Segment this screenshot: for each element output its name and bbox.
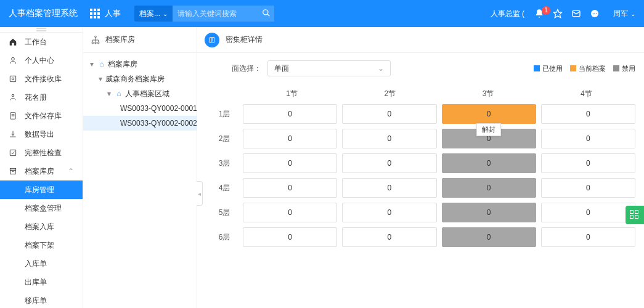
- grid-cell[interactable]: 0: [442, 203, 536, 222]
- chevron-down-icon: ⌄: [163, 10, 168, 17]
- sidebar-subitem[interactable]: 库房管理: [0, 180, 83, 199]
- svg-rect-11: [10, 76, 15, 81]
- sidebar-collapse-toggle[interactable]: [0, 27, 83, 33]
- tree-panel: 档案库房 ▾ ⌂ 档案库房 ▾ 威森商务档案库房 ▾ ⌂ 人事档案区域 WS00…: [83, 27, 197, 308]
- grid-cell[interactable]: 0: [243, 153, 337, 173]
- panel-collapse-handle[interactable]: ◂: [197, 181, 203, 206]
- search-icon[interactable]: [262, 9, 271, 17]
- legend: 已使用 当前档案 禁用: [534, 64, 635, 73]
- notification-badge: 1: [542, 6, 550, 15]
- column-header: 3节: [439, 84, 537, 104]
- tree-node-area[interactable]: ▾ ⌂ 人事档案区域: [83, 86, 197, 101]
- sidebar-item-label: 档案库房: [25, 166, 54, 177]
- search-input[interactable]: [173, 6, 274, 22]
- grid-cell[interactable]: 0: [342, 203, 436, 222]
- bell-icon[interactable]: 1: [534, 9, 548, 18]
- tree-title: 档案库房: [105, 34, 135, 45]
- grid-cell[interactable]: 0: [442, 227, 536, 247]
- chat-icon[interactable]: [590, 9, 603, 18]
- user-icon: [9, 56, 20, 65]
- grid-cell[interactable]: 0: [342, 178, 436, 198]
- search-scope-select[interactable]: 档案... ⌄: [134, 6, 173, 22]
- svg-line-1: [267, 14, 270, 17]
- grid-row: 5层0000: [206, 203, 635, 222]
- app-header: 人事档案管理系统 人事 档案... ⌄ 人事总监 ( 1 周军: [0, 0, 644, 27]
- grid-cell[interactable]: 0: [243, 227, 337, 247]
- tree-node-label: 档案库房: [108, 59, 137, 70]
- sidebar-subitem[interactable]: 档案下架: [0, 236, 83, 254]
- sidebar-subitem[interactable]: 出库单: [0, 273, 83, 291]
- svg-point-24: [97, 42, 99, 44]
- grid-row: 3层0000: [206, 153, 635, 173]
- tree-node-root[interactable]: ▾ ⌂ 档案库房: [83, 57, 197, 71]
- legend-swatch-disabled: [613, 65, 619, 71]
- sidebar-item[interactable]: 完整性检查: [0, 144, 83, 162]
- face-select-value: 单面: [274, 63, 289, 74]
- sidebar-item[interactable]: 花名册: [0, 88, 83, 107]
- grid-cell[interactable]: 0: [442, 153, 536, 173]
- grid-row: 1层000解封0: [206, 104, 635, 124]
- sidebar-item[interactable]: 数据导出: [0, 125, 83, 144]
- role-label[interactable]: 人事总监 (: [491, 9, 524, 19]
- sidebar-item[interactable]: 文件保存库: [0, 107, 83, 125]
- grid-cell[interactable]: 0: [243, 104, 337, 124]
- grid-cell[interactable]: 0: [243, 203, 337, 222]
- tree-leaf-label: WS0033-QY0002-0001: [120, 104, 197, 113]
- sidebar-subitem[interactable]: 档案入库: [0, 217, 83, 236]
- grid-cell[interactable]: 0: [342, 129, 436, 148]
- grid-cell[interactable]: 0: [243, 178, 337, 198]
- sidebar-subitem[interactable]: 档案盒管理: [0, 199, 83, 217]
- tree-leaf[interactable]: WS0033-QY0002-0002: [83, 116, 197, 131]
- sidebar-subitem[interactable]: 入库单: [0, 254, 83, 273]
- main-title: 密集柜详情: [226, 34, 263, 45]
- qr-float-button[interactable]: [626, 206, 644, 224]
- svg-point-22: [92, 42, 94, 44]
- grid-cell[interactable]: 0: [541, 178, 635, 198]
- sidebar-item[interactable]: 工作台: [0, 33, 83, 51]
- check-icon: [9, 148, 20, 157]
- tree-collapse-icon: ▾: [88, 60, 96, 68]
- grid-cell[interactable]: 0: [541, 104, 635, 124]
- grid-cell[interactable]: 0: [541, 153, 635, 173]
- legend-swatch-used: [534, 65, 540, 71]
- user-menu[interactable]: 周军 ⌄: [613, 9, 635, 19]
- row-label: 4层: [206, 183, 243, 193]
- tree-leaf[interactable]: WS0033-QY0002-0001: [83, 101, 197, 116]
- grid-row: 4层0000: [206, 178, 635, 198]
- legend-swatch-current: [570, 65, 576, 71]
- svg-point-7: [596, 13, 597, 14]
- chevron-down-icon: ⌄: [378, 64, 384, 73]
- building-icon: ⌂: [114, 89, 124, 98]
- grid-cell[interactable]: 0: [541, 227, 635, 247]
- row-label: 6层: [206, 232, 243, 243]
- grid-cell[interactable]: 0: [342, 153, 436, 173]
- grid-cell[interactable]: 0: [541, 129, 635, 148]
- star-icon[interactable]: [553, 9, 566, 18]
- svg-point-13: [12, 94, 14, 97]
- grid-cell[interactable]: 0: [243, 129, 337, 148]
- grid-cell[interactable]: 0: [442, 178, 536, 198]
- face-select[interactable]: 单面 ⌄: [267, 60, 391, 76]
- doc-icon: [9, 111, 20, 120]
- sidebar-item[interactable]: 档案库房⌃: [0, 162, 83, 180]
- tree-node-label: 威森商务档案库房: [105, 74, 165, 84]
- sidebar-item-label: 数据导出: [25, 129, 54, 140]
- legend-label: 已使用: [542, 64, 563, 73]
- svg-point-21: [95, 36, 97, 38]
- grid-cell[interactable]: 0: [541, 203, 635, 222]
- grid-cell[interactable]: 0: [342, 227, 436, 247]
- building-icon: ⌂: [97, 60, 107, 68]
- document-icon: [205, 33, 219, 47]
- archive-icon: [9, 167, 20, 176]
- grid-cell[interactable]: 0: [342, 104, 436, 124]
- tree-node-warehouse[interactable]: ▾ 威森商务档案库房: [83, 71, 197, 86]
- sidebar-item[interactable]: 个人中心: [0, 51, 83, 70]
- grid-cell[interactable]: 0解封: [442, 104, 536, 124]
- user-name: 周军: [613, 9, 628, 19]
- main-header: 密集柜详情: [197, 27, 644, 53]
- module-name[interactable]: 人事: [105, 8, 121, 19]
- mail-icon[interactable]: [571, 9, 585, 18]
- sidebar-subitem[interactable]: 移库单: [0, 291, 83, 308]
- sidebar-item[interactable]: 文件接收库: [0, 70, 83, 88]
- apps-grid-icon[interactable]: [90, 9, 100, 18]
